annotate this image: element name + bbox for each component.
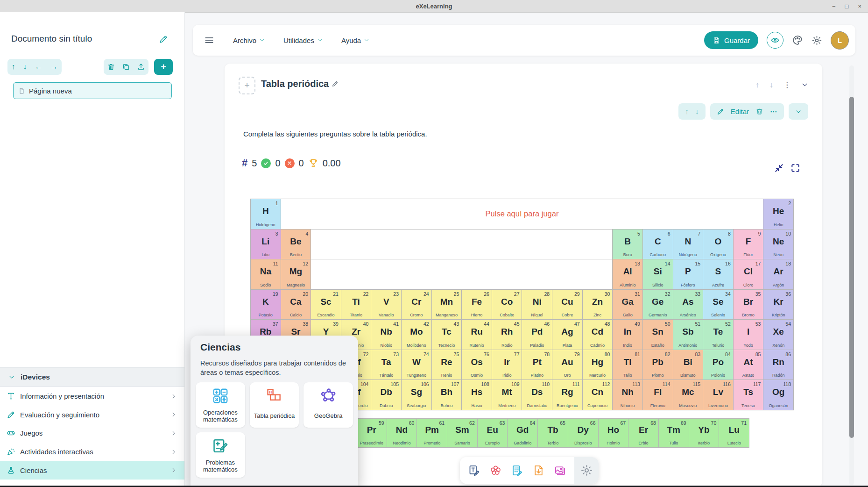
element-cell-Sn[interactable]: 50SnEstaño [643, 320, 673, 350]
popup-card-geogebra[interactable]: GeoGebra [303, 382, 353, 428]
element-cell-Og[interactable]: 118OgOganesón [763, 380, 793, 410]
element-cell-Ds[interactable]: 110DsDarmstatio [522, 380, 552, 410]
element-cell-Hg[interactable]: 80HgMercurio [583, 350, 613, 380]
element-cell-Mo[interactable]: 42MoMolibdeno [402, 320, 431, 350]
element-cell-W[interactable]: 74WTungsteno [402, 350, 431, 380]
move-down-button[interactable]: ↓ [23, 63, 27, 71]
element-cell-Co[interactable]: 27CoCobalto [492, 290, 522, 320]
hamburger-menu-icon[interactable] [204, 35, 214, 45]
element-cell-Ts[interactable]: 117TsTeneso [734, 380, 763, 410]
element-cell-Ga[interactable]: 31GaGalio [613, 290, 642, 320]
edit-document-title-icon[interactable] [159, 35, 168, 44]
element-cell-Cl[interactable]: 17ClCloro [734, 259, 763, 289]
element-cell-Tb[interactable]: 65TbTerbio [538, 419, 568, 447]
element-cell-Nd[interactable]: 60NdNeodimio [387, 419, 417, 447]
element-cell-Al[interactable]: 13AlAluminio [613, 259, 642, 289]
element-cell-Ar[interactable]: 18ArArgón [763, 259, 793, 289]
media-icon[interactable] [554, 464, 566, 477]
popup-card-operaciones-matem-ticas[interactable]: Operaciones matemáticas [196, 382, 245, 428]
element-cell-Mt[interactable]: 109MtMeitnerio [492, 380, 522, 410]
menu-archivo[interactable]: Archivo [233, 36, 265, 44]
element-cell-Li[interactable]: 3LiLitio [251, 229, 281, 259]
element-cell-Ge[interactable]: 32GeGermanio [643, 290, 673, 320]
element-cell-Pt[interactable]: 78PtPlatino [522, 350, 552, 380]
element-cell-He[interactable]: 2HeHelio [763, 199, 793, 229]
sidebar-item-ciencias[interactable]: Ciencias [0, 461, 184, 480]
close-icon[interactable]: × [858, 3, 861, 9]
element-cell-Ru[interactable]: 44RuRutenio [462, 320, 492, 350]
element-cell-Ir[interactable]: 77IrIridio [492, 350, 522, 380]
element-cell-Pb[interactable]: 82PbPlomo [643, 350, 673, 380]
element-cell-Sm[interactable]: 62SmSamario [447, 419, 477, 447]
element-cell-K[interactable]: 19KPotasio [251, 290, 281, 320]
element-cell-Bi[interactable]: 83BiBismuto [673, 350, 703, 380]
element-cell-Fl[interactable]: 114FlFlerovio [643, 380, 673, 410]
element-cell-Mg[interactable]: 12MgMagnesio [281, 259, 311, 289]
element-cell-Gd[interactable]: 64GdGadolinio [508, 419, 537, 447]
move-right-button[interactable]: → [50, 63, 58, 71]
element-cell-Nh[interactable]: 113NhNihonio [613, 380, 642, 410]
element-cell-Sb[interactable]: 51SbAntimonio [673, 320, 703, 350]
element-cell-Ag[interactable]: 47AgPlata [552, 320, 582, 350]
export-page-button[interactable] [137, 63, 145, 71]
element-cell-Kr[interactable]: 36KrKriptón [763, 290, 793, 320]
element-cell-Cu[interactable]: 29CuCobre [552, 290, 582, 320]
element-cell-O[interactable]: 8OOxígeno [703, 229, 733, 259]
settings-icon[interactable] [580, 464, 593, 477]
add-block-button[interactable]: + [239, 77, 255, 94]
element-cell-Cd[interactable]: 48CdCadmio [583, 320, 613, 350]
element-cell-Zn[interactable]: 30ZnZinc [583, 290, 613, 320]
add-page-button[interactable]: + [154, 59, 173, 75]
element-cell-Dy[interactable]: 66DyDisprosio [568, 419, 598, 447]
menu-utilidades[interactable]: Utilidades [283, 36, 323, 44]
element-cell-Ca[interactable]: 20CaCalcio [281, 290, 311, 320]
play-header-cell[interactable]: Pulse aquí para jugar [281, 199, 763, 229]
block-kebab-menu[interactable]: ⋮ [783, 80, 791, 89]
popup-card-problemas-matem-ticos[interactable]: Problemas matemáticos [196, 432, 245, 478]
fullscreen-icon[interactable] [790, 163, 801, 173]
block-move-down-button[interactable]: ↓ [769, 81, 773, 89]
theme-palette-button[interactable] [792, 35, 803, 46]
element-cell-Eu[interactable]: 63EuEuropio [478, 419, 508, 447]
sidebar-item-actividades-interactivas[interactable]: Actividades interactivas [0, 443, 184, 461]
element-cell-Ni[interactable]: 28NiNíquel [522, 290, 552, 320]
element-cell-Tc[interactable]: 43TcTecnecio [432, 320, 462, 350]
menu-ayuda[interactable]: Ayuda [341, 36, 369, 44]
element-cell-N[interactable]: 7NNitrógeno [673, 229, 703, 259]
minimize-icon[interactable]: − [832, 3, 836, 9]
sidebar-item-informaci-n-y-presentaci-n[interactable]: Información y presentación [0, 387, 184, 406]
element-cell-Lv[interactable]: 116LvLivermorio [703, 380, 733, 410]
element-cell-Cr[interactable]: 24CrCromo [402, 290, 431, 320]
element-cell-Er[interactable]: 68ErErbio [628, 419, 658, 447]
element-cell-Bh[interactable]: 107BhBohrio [432, 380, 462, 410]
user-avatar[interactable]: L [831, 31, 849, 50]
element-cell-Tm[interactable]: 69TmTulio [659, 419, 689, 447]
move-left-button[interactable]: ← [35, 63, 42, 71]
popup-card-tabla-peri-dica[interactable]: HTabla periódica [250, 382, 299, 428]
element-cell-P[interactable]: 15PFósforo [673, 259, 703, 289]
idevice-move-down-button[interactable]: ↓ [695, 108, 699, 115]
element-cell-Ho[interactable]: 67HoHolmio [599, 419, 628, 447]
element-cell-Ta[interactable]: 73TaTántalo [371, 350, 401, 380]
element-cell-Br[interactable]: 35BrBromo [734, 290, 763, 320]
element-cell-H[interactable]: 1HHidrógeno [251, 199, 281, 229]
element-cell-Ne[interactable]: 10NeNeón [763, 229, 793, 259]
preview-button[interactable] [767, 32, 783, 49]
element-cell-Au[interactable]: 79AuOro [552, 350, 582, 380]
element-cell-Lu[interactable]: 71LuLutecio [719, 419, 749, 447]
element-cell-Pd[interactable]: 46PdPaladio [522, 320, 552, 350]
element-cell-Te[interactable]: 52TeTelurio [703, 320, 733, 350]
element-cell-Be[interactable]: 4BeBerilio [281, 229, 311, 259]
play-button[interactable]: Pulse aquí para jugar [486, 209, 559, 218]
element-cell-Hs[interactable]: 108HsHasio [462, 380, 492, 410]
element-cell-F[interactable]: 9FFlúor [734, 229, 763, 259]
download-doc-icon[interactable] [532, 464, 545, 477]
element-cell-Ti[interactable]: 22TiTitanio [341, 290, 371, 320]
element-cell-Os[interactable]: 76OsOsmio [462, 350, 492, 380]
collapse-idevice-button[interactable] [795, 108, 802, 115]
edit-button[interactable]: Editar [731, 107, 749, 115]
scrollbar-thumb[interactable] [849, 97, 854, 438]
element-cell-Mn[interactable]: 25MnManganeso [432, 290, 462, 320]
form-icon[interactable] [511, 464, 523, 477]
element-cell-Yb[interactable]: 70YbIterbio [689, 419, 719, 447]
